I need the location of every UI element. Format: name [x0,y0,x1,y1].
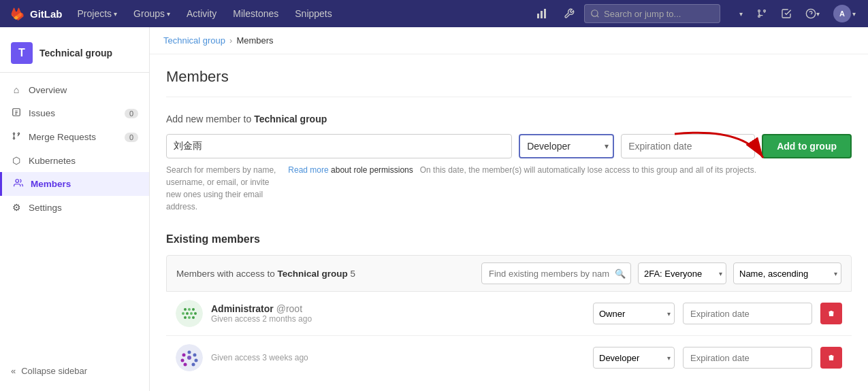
chevron-down-icon: ▾ [167,10,170,18]
form-help-btn-spacer [763,164,852,213]
filter-search-input[interactable] [481,262,631,284]
svg-point-11 [13,137,14,139]
settings-icon: ⚙ [11,202,22,213]
sidebar-item-issues-label: Issues [29,108,55,118]
svg-rect-0 [537,14,539,18]
nav-groups[interactable]: Groups ▾ [127,0,177,27]
navbar: GitLab Projects ▾ Groups ▾ Activity Mile… [0,0,868,27]
sidebar-item-members[interactable]: Members [0,172,149,196]
svg-point-33 [192,363,195,367]
svg-point-17 [188,308,191,311]
filter-2fa: 2FA: Everyone 2FA: Enabled 2FA: Disabled… [638,262,726,284]
member-expiry-input[interactable] [683,347,812,369]
nav-snippets[interactable]: Snippets [288,0,338,27]
member-delete-button[interactable] [820,303,842,324]
brand-logo[interactable]: GitLab [7,4,63,23]
member-access-time: Given access 2 months ago [211,314,585,324]
members-filter-bar: Members with access to Technical group 5… [166,255,852,292]
filter-group-name: Technical group [278,269,348,279]
search-input[interactable] [604,9,706,19]
brand-name: GitLab [30,8,63,20]
search-icon [590,9,600,18]
sidebar-item-settings[interactable]: ⚙ Settings [0,196,149,219]
add-to-group-button[interactable]: Add to group [762,134,852,158]
merge-badge: 0 [125,133,138,142]
svg-point-23 [184,316,187,319]
member-name-input[interactable] [166,134,512,158]
sidebar-item-merge-requests[interactable]: Merge Requests 0 [0,125,149,149]
role-select-wrapper: Guest Reporter Developer Master Owner ▾ [519,134,614,158]
avatar [176,300,203,327]
collapse-icon: « [11,366,16,376]
role-select[interactable]: Guest Reporter Developer Master Owner [519,134,614,158]
collapse-sidebar-button[interactable]: « Collapse sidebar [0,358,150,384]
svg-point-30 [181,359,184,362]
global-search[interactable] [584,4,720,23]
svg-point-19 [182,312,184,315]
member-delete-button[interactable] [820,347,842,369]
user-avatar[interactable]: A ▾ [828,0,861,27]
svg-point-15 [176,300,203,327]
nav-icon-chart[interactable] [530,0,554,27]
sidebar-item-kubernetes[interactable]: ⬡ Kubernetes [0,149,149,172]
nav-milestones[interactable]: Milestones [226,0,285,27]
navbar-icons: ▾ ▾ A ▾ [723,0,861,27]
role-help-text: Read more about role permissions [288,164,413,213]
svg-point-24 [188,316,191,319]
avatar [176,344,203,371]
add-member-form: Guest Reporter Developer Master Owner ▾ … [166,134,852,158]
main-layout: T Technical group ⌂ Overview Issues 0 Me… [0,27,868,391]
member-access-time: Given access 3 weeks ago [211,353,585,362]
member-role-select: Guest Reporter Developer Master Owner ▾ [593,303,675,324]
group-name: Technical group [39,48,112,58]
breadcrumb-parent[interactable]: Technical group [163,35,225,46]
nav-icon-wrench[interactable] [557,0,581,27]
member-info: Given access 3 weeks ago [211,353,585,362]
expiration-date-input[interactable] [621,134,755,158]
filter-label: Members with access to Technical group 5 [176,269,475,279]
filter-search-icon: 🔍 [615,269,626,279]
arrow-container: Guest Reporter Developer Master Owner ▾ … [166,134,852,158]
member-name: Administrator @root [211,303,585,314]
svg-point-5 [764,10,766,12]
member-role-dropdown[interactable]: Guest Reporter Developer Master Owner [593,347,675,369]
nav-merge-icon[interactable] [751,0,773,27]
filter-2fa-select[interactable]: 2FA: Everyone 2FA: Enabled 2FA: Disabled [638,262,726,284]
svg-point-29 [193,354,197,357]
svg-point-22 [194,312,197,315]
group-avatar: T [11,42,33,64]
svg-point-12 [18,133,19,134]
svg-point-16 [184,308,187,311]
expiry-help-text: On this date, the member(s) will automat… [420,164,756,213]
nav-activity[interactable]: Activity [180,0,223,27]
svg-rect-1 [541,11,543,18]
table-row: Given access 3 weeks ago Guest Reporter … [166,336,852,379]
member-expiry-input[interactable] [683,303,812,324]
sidebar-item-issues[interactable]: Issues 0 [0,101,149,125]
read-more-link[interactable]: Read more [288,165,328,175]
svg-point-28 [182,354,186,357]
breadcrumb: Technical group › Members [150,27,868,54]
nav-help-icon[interactable]: ▾ [800,0,825,27]
nav-todo-icon[interactable] [775,0,797,27]
merge-requests-icon [11,131,22,143]
svg-point-20 [186,312,189,315]
member-role-dropdown[interactable]: Guest Reporter Developer Master Owner [593,303,675,324]
filter-sort-select[interactable]: Name, ascending Name, descending Access … [733,262,841,284]
nav-projects[interactable]: Projects ▾ [71,0,125,27]
kubernetes-icon: ⬡ [11,155,22,166]
collapse-label: Collapse sidebar [21,366,87,376]
sidebar-item-overview[interactable]: ⌂ Overview [0,78,149,101]
members-icon [13,178,24,190]
sidebar-item-settings-label: Settings [29,203,62,213]
sidebar-item-merge-label: Merge Requests [29,132,96,142]
filter-search: 🔍 [481,262,631,284]
sidebar-item-members-label: Members [31,179,71,189]
breadcrumb-current: Members [236,35,273,46]
svg-point-13 [16,180,19,183]
svg-point-21 [190,312,193,315]
nav-plus-icon[interactable]: ▾ [723,0,748,27]
svg-point-27 [188,351,191,354]
chevron-down-icon: ▾ [114,10,117,18]
svg-point-18 [192,308,195,311]
